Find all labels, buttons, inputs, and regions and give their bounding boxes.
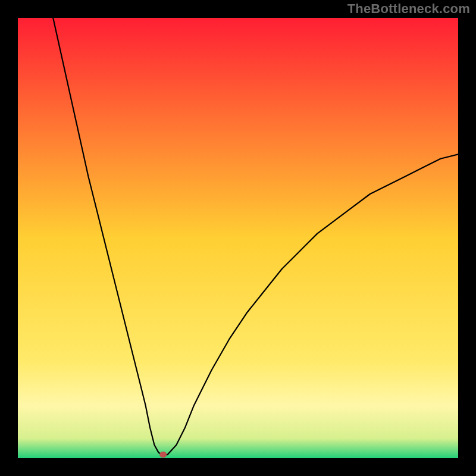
plot-area [18,18,458,458]
chart-background [18,18,458,458]
chart-frame: TheBottleneck.com [0,0,476,476]
plot-svg [18,18,458,458]
watermark-label: TheBottleneck.com [347,1,470,17]
minimum-marker [159,452,167,458]
